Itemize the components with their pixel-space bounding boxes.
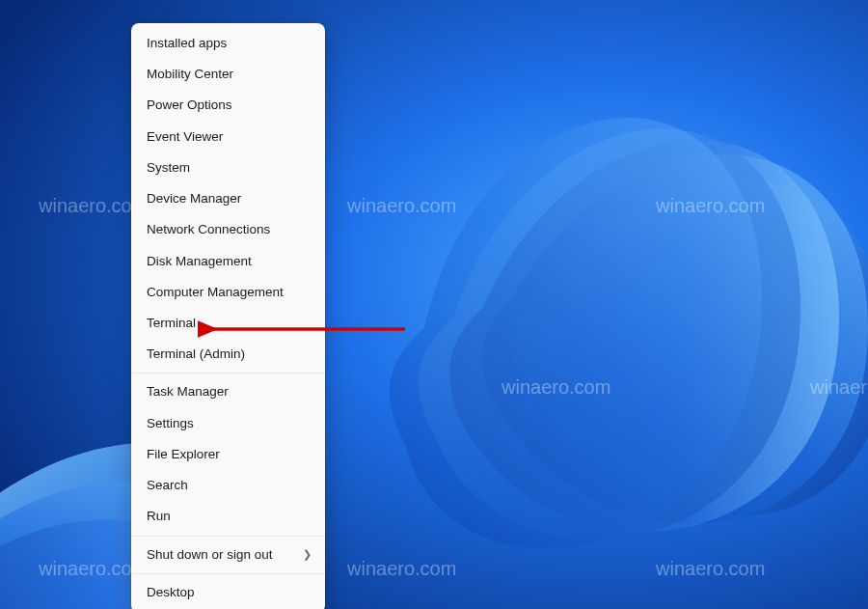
menu-item-search[interactable]: Search: [131, 470, 325, 501]
menu-item-desktop[interactable]: Desktop: [131, 577, 325, 608]
menu-separator: [132, 536, 324, 537]
menu-item-terminal-admin[interactable]: Terminal (Admin): [131, 339, 325, 370]
menu-item-label: Network Connections: [147, 221, 270, 238]
menu-item-label: Power Options: [147, 97, 232, 114]
menu-item-device-manager[interactable]: Device Manager: [131, 183, 325, 214]
menu-item-file-explorer[interactable]: File Explorer: [131, 439, 325, 470]
menu-item-mobility-center[interactable]: Mobility Center: [131, 59, 325, 90]
menu-item-label: Device Manager: [147, 190, 241, 208]
menu-item-power-options[interactable]: Power Options: [131, 90, 325, 121]
menu-item-label: Shut down or sign out: [147, 546, 273, 564]
menu-item-computer-management[interactable]: Computer Management: [131, 277, 325, 308]
menu-item-label: Installed apps: [147, 35, 227, 52]
menu-item-label: Search: [147, 477, 188, 494]
menu-item-label: Terminal (Admin): [147, 346, 245, 363]
chevron-right-icon: ❯: [303, 547, 312, 562]
menu-item-label: Desktop: [147, 584, 195, 601]
menu-item-label: Run: [147, 508, 171, 525]
menu-item-label: Disk Management: [147, 253, 252, 270]
menu-item-shutdown[interactable]: Shut down or sign out❯: [131, 540, 325, 570]
menu-item-label: Mobility Center: [147, 66, 233, 83]
menu-item-terminal[interactable]: Terminal: [131, 308, 325, 339]
menu-item-network-connections[interactable]: Network Connections: [131, 214, 325, 245]
menu-separator: [132, 573, 324, 574]
winx-context-menu: Installed appsMobility CenterPower Optio…: [131, 23, 325, 609]
menu-item-task-manager[interactable]: Task Manager: [131, 376, 325, 407]
menu-item-label: Event Viewer: [147, 128, 223, 146]
menu-item-disk-management[interactable]: Disk Management: [131, 246, 325, 277]
menu-item-label: Computer Management: [147, 284, 284, 301]
desktop-wallpaper: [0, 0, 868, 609]
menu-separator: [132, 373, 324, 374]
menu-item-label: System: [147, 159, 190, 177]
menu-item-event-viewer[interactable]: Event Viewer: [131, 122, 325, 152]
menu-item-run[interactable]: Run: [131, 501, 325, 532]
menu-item-label: Terminal: [147, 315, 196, 332]
menu-item-label: Task Manager: [147, 383, 229, 401]
menu-item-installed-apps[interactable]: Installed apps: [131, 28, 325, 59]
menu-item-label: File Explorer: [147, 446, 220, 463]
menu-item-settings[interactable]: Settings: [131, 408, 325, 439]
menu-item-label: Settings: [147, 415, 194, 432]
menu-item-system[interactable]: System: [131, 152, 325, 183]
